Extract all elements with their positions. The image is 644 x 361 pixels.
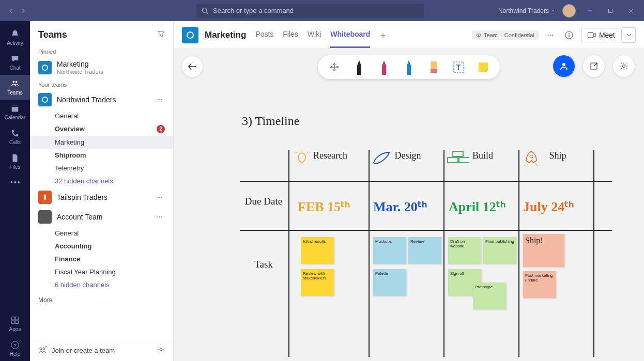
channel-avatar xyxy=(182,27,198,43)
svg-text:?: ? xyxy=(13,342,17,348)
svg-rect-7 xyxy=(12,106,19,107)
channel-shiproom[interactable]: Shiproom xyxy=(30,149,173,162)
rocket-icon xyxy=(522,150,541,166)
sticky-note[interactable]: Initial results xyxy=(301,237,334,264)
row-task: Task xyxy=(240,259,287,270)
bricks-icon xyxy=(447,150,469,166)
rail-more[interactable]: ••• xyxy=(0,174,30,192)
col-research: Research xyxy=(313,150,347,161)
channel-telemetry[interactable]: Telemetry xyxy=(30,162,173,175)
join-create-team[interactable]: + Join or create a team xyxy=(38,346,115,354)
user-avatar[interactable] xyxy=(562,4,576,18)
meet-button[interactable]: Meet xyxy=(581,28,622,42)
hidden-channels-2[interactable]: 6 hidden channels xyxy=(30,278,173,291)
export-button[interactable] xyxy=(583,55,605,77)
eye-icon xyxy=(476,33,481,38)
info-icon[interactable] xyxy=(562,28,576,42)
hidden-channels-0[interactable]: 32 hidden channels xyxy=(30,175,173,187)
tab-files[interactable]: Files xyxy=(283,22,298,48)
org-picker[interactable]: Northwind Traders xyxy=(498,7,555,14)
privacy-pill[interactable]: Team | Confidential xyxy=(472,30,539,40)
pen-red-icon[interactable] xyxy=(378,59,390,75)
channel-finance[interactable]: Finance xyxy=(30,253,173,265)
svg-rect-8 xyxy=(12,317,14,320)
channel-general-2[interactable]: General xyxy=(30,227,173,240)
share-cursor-button[interactable] xyxy=(553,55,575,77)
pinned-item[interactable]: MarketingNorthwind Traders xyxy=(30,57,173,79)
rail-activity[interactable]: Activity xyxy=(0,25,30,50)
svg-text:T: T xyxy=(456,63,461,71)
text-tool-icon[interactable]: T xyxy=(452,61,465,73)
search-placeholder: Search or type a command xyxy=(213,7,294,14)
channel-name: Marketing xyxy=(205,30,246,40)
filter-icon[interactable] xyxy=(158,30,165,40)
pen-black-icon[interactable] xyxy=(353,59,365,75)
note-tool-icon[interactable] xyxy=(477,61,489,73)
col-build: Build xyxy=(472,150,493,161)
rail-files[interactable]: Files xyxy=(0,149,30,174)
window-close[interactable] xyxy=(624,4,638,18)
pen-blue-icon[interactable] xyxy=(403,59,415,75)
teams-more[interactable]: More xyxy=(30,291,173,309)
svg-point-5 xyxy=(16,81,18,83)
nav-back[interactable] xyxy=(5,5,17,17)
teams-panel: Teams Pinned MarketingNorthwind Traders … xyxy=(30,21,174,361)
window-minimize[interactable] xyxy=(583,4,596,18)
sticky-note[interactable]: Final publishing xyxy=(483,237,516,264)
channel-overview[interactable]: Overview2 xyxy=(30,122,173,136)
tab-wiki[interactable]: Wiki xyxy=(308,22,321,48)
whiteboard-title: 3) Timeline xyxy=(242,114,299,128)
svg-rect-9 xyxy=(16,317,18,320)
sticky-note[interactable]: Prototype xyxy=(473,282,506,309)
whiteboard-back-button[interactable] xyxy=(182,56,203,77)
channel-marketing[interactable]: Marketing xyxy=(30,136,173,149)
sticky-note[interactable]: Mockups xyxy=(373,237,406,264)
date-design: Mar. 20ᵗʰ xyxy=(373,199,427,215)
rail-calls[interactable]: Calls xyxy=(0,124,30,149)
svg-point-25 xyxy=(569,33,570,34)
manage-teams-gear-icon[interactable] xyxy=(157,346,165,355)
team-more-icon[interactable]: ··· xyxy=(154,193,165,202)
svg-rect-3 xyxy=(609,9,612,12)
tab-posts[interactable]: Posts xyxy=(255,22,273,48)
search-input[interactable]: Search or type a command xyxy=(196,4,424,18)
sticky-note[interactable]: Post marketing update xyxy=(523,271,556,298)
svg-point-20 xyxy=(187,32,193,38)
sticky-note[interactable]: Ship! xyxy=(523,234,564,267)
team-northwind[interactable]: Northwind Traders ··· xyxy=(30,90,173,109)
add-tab-icon[interactable]: ＋ xyxy=(376,29,390,41)
meet-dropdown[interactable] xyxy=(622,27,636,43)
channel-wrap: Marketing Posts Files Wiki Whiteboard ＋ … xyxy=(174,21,644,361)
sticky-note[interactable]: Palette xyxy=(373,269,406,296)
rail-apps[interactable]: Apps xyxy=(0,311,30,336)
whiteboard-canvas[interactable]: T 3) Timeline Research xyxy=(174,49,644,361)
svg-point-46 xyxy=(530,155,533,158)
more-options-icon[interactable]: ··· xyxy=(544,28,557,42)
window-maximize[interactable] xyxy=(604,4,617,18)
svg-point-4 xyxy=(13,81,15,83)
team-tailspin[interactable]: Tailspin Traders ··· xyxy=(30,187,173,207)
channel-general[interactable]: General xyxy=(30,109,173,122)
svg-point-22 xyxy=(478,35,479,36)
channel-fiscal[interactable]: Fiscal Year Planning xyxy=(30,265,173,278)
sticky-note[interactable]: Review with stakeholders xyxy=(301,269,334,296)
rail-teams[interactable]: Teams xyxy=(0,75,30,100)
eraser-icon[interactable] xyxy=(427,60,440,74)
rail-calendar[interactable]: Calendar xyxy=(0,100,30,124)
teams-heading: Teams xyxy=(38,29,67,40)
channel-accounting[interactable]: Accounting xyxy=(30,240,173,253)
rail-help[interactable]: ?Help xyxy=(0,336,30,361)
sticky-note[interactable]: Review xyxy=(408,237,441,264)
svg-rect-26 xyxy=(588,33,593,38)
svg-point-19 xyxy=(160,348,162,351)
move-tool-icon[interactable] xyxy=(328,62,341,72)
team-more-icon[interactable]: ··· xyxy=(154,95,165,104)
settings-button[interactable] xyxy=(613,55,635,77)
nav-forward[interactable] xyxy=(18,5,29,17)
team-account[interactable]: Account Team ··· xyxy=(30,207,173,227)
col-ship: Ship xyxy=(549,150,566,161)
tab-whiteboard[interactable]: Whiteboard xyxy=(330,22,370,48)
sticky-note[interactable]: Draft on website xyxy=(448,237,481,264)
team-more-icon[interactable]: ··· xyxy=(154,212,165,222)
rail-chat[interactable]: Chat xyxy=(0,50,30,75)
